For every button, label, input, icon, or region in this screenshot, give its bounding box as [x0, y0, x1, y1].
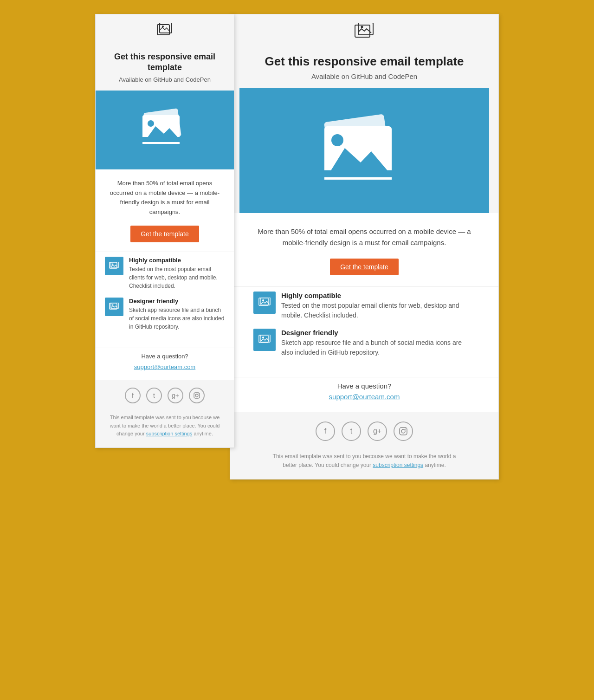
desktop-cta-button[interactable]: Get the template [330, 259, 399, 275]
svg-point-32 [401, 429, 405, 433]
mobile-social: f t g+ [96, 380, 234, 411]
svg-rect-31 [400, 428, 407, 435]
desktop-features: Highly compatible Tested on the most pop… [230, 286, 498, 377]
mobile-cta-button[interactable]: Get the template [130, 226, 199, 242]
mobile-instagram-icon[interactable] [189, 388, 205, 403]
mobile-feature-2: Designer friendly Sketch app resource fi… [105, 298, 225, 331]
desktop-subscription-link[interactable]: subscription settings [373, 462, 423, 468]
desktop-hero-icon [318, 113, 411, 188]
page-wrapper: Get this responsive email template Avail… [95, 9, 499, 480]
mobile-twitter-icon[interactable]: t [146, 388, 162, 403]
mobile-top-bar [96, 14, 234, 47]
desktop-hero-image [239, 88, 489, 213]
svg-rect-14 [194, 393, 200, 398]
desktop-subtitle: Available on GitHub and CodePen [249, 72, 480, 80]
mobile-title: Get this responsive email template [105, 52, 225, 73]
desktop-top-image-icon [354, 23, 374, 39]
desktop-footer-text: This email template was sent to you beco… [267, 452, 461, 470]
mobile-feature-2-icon [105, 298, 123, 316]
desktop-main-text: More than 50% of total email opens occur… [253, 226, 475, 248]
desktop-footer: This email template was sent to you beco… [230, 450, 498, 479]
mobile-footer: This email template was sent to you beco… [96, 411, 234, 447]
desktop-feature-1: Highly compatible Tested on the most pop… [253, 292, 475, 320]
svg-point-15 [195, 394, 198, 397]
mobile-footer-text: This email template was sent to you beco… [105, 414, 225, 438]
desktop-email-card: Get this responsive email template Avail… [230, 14, 499, 480]
desktop-instagram-icon[interactable] [394, 421, 413, 441]
desktop-feature-1-icon [253, 292, 276, 314]
svg-point-19 [361, 26, 363, 28]
mobile-hero-icon [137, 107, 193, 153]
desktop-top-bar [230, 14, 498, 50]
svg-point-33 [405, 429, 406, 430]
mobile-contact: Have a question? support@ourteam.com [96, 348, 234, 380]
desktop-facebook-icon[interactable]: f [316, 421, 335, 441]
mobile-feature-1-text: Highly compatible Tested on the most pop… [129, 257, 225, 290]
svg-point-5 [148, 120, 154, 127]
mobile-body: More than 50% of total email opens occur… [96, 169, 234, 252]
mobile-email-card: Get this responsive email template Avail… [95, 14, 234, 448]
mobile-feature-2-text: Designer friendly Sketch app resource fi… [129, 298, 225, 331]
svg-point-22 [331, 134, 343, 146]
mobile-feature-1-icon [105, 257, 123, 275]
svg-point-10 [112, 263, 114, 265]
desktop-googleplus-icon[interactable]: g+ [368, 421, 387, 441]
svg-point-30 [262, 337, 264, 338]
svg-point-13 [112, 304, 114, 305]
desktop-twitter-icon[interactable]: t [342, 421, 361, 441]
mobile-features: Highly compatible Tested on the most pop… [96, 252, 234, 348]
mobile-facebook-icon[interactable]: f [125, 388, 141, 403]
top-image-icon [156, 23, 173, 37]
desktop-feature-1-text: Highly compatible Tested on the most pop… [281, 292, 475, 320]
desktop-feature-2-text: Designer friendly Sketch app resource fi… [281, 329, 475, 357]
desktop-social: f t g+ [230, 412, 498, 450]
mobile-email-link[interactable]: support@ourteam.com [134, 363, 195, 370]
svg-rect-24 [324, 177, 392, 180]
desktop-email-link[interactable]: support@ourteam.com [329, 393, 400, 401]
desktop-title: Get this responsive email template [249, 54, 480, 69]
mobile-main-text: More than 50% of total email opens occur… [105, 179, 225, 217]
desktop-feature-2: Designer friendly Sketch app resource fi… [253, 329, 475, 357]
desktop-feature-2-icon [253, 329, 276, 351]
svg-point-16 [198, 394, 199, 395]
desktop-body: More than 50% of total email opens occur… [230, 213, 498, 286]
mobile-feature-1: Highly compatible Tested on the most pop… [105, 257, 225, 290]
desktop-header: Get this responsive email template Avail… [230, 50, 498, 88]
mobile-hero-image [96, 91, 234, 169]
mobile-header: Get this responsive email template Avail… [96, 47, 234, 91]
mobile-subscription-link[interactable]: subscription settings [146, 431, 193, 436]
mobile-subtitle: Available on GitHub and CodePen [105, 76, 225, 83]
svg-rect-7 [142, 142, 180, 144]
svg-point-27 [262, 299, 264, 301]
desktop-contact: Have a question? support@ourteam.com [230, 377, 498, 412]
mobile-googleplus-icon[interactable]: g+ [168, 388, 183, 403]
